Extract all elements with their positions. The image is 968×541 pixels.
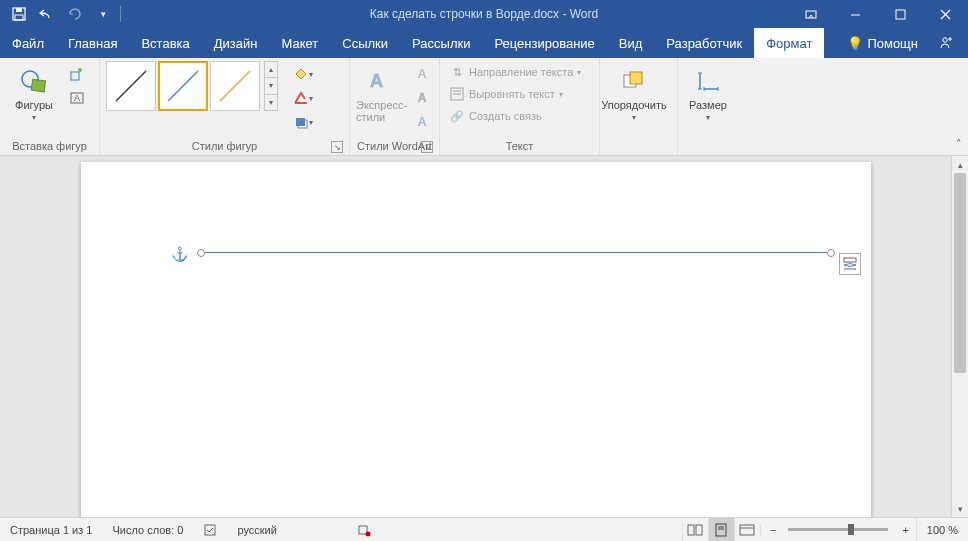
tab-references[interactable]: Ссылки: [330, 28, 400, 58]
vertical-scrollbar[interactable]: ▴ ▾: [951, 156, 968, 517]
tab-developer[interactable]: Разработчик: [654, 28, 754, 58]
svg-point-12: [78, 68, 82, 72]
shapes-button[interactable]: Фигуры ▾: [6, 61, 62, 122]
edit-shape-icon[interactable]: [66, 63, 88, 85]
redo-icon[interactable]: [64, 3, 86, 25]
scroll-up-icon[interactable]: ▴: [952, 156, 968, 173]
document-scroll[interactable]: ⚓: [0, 156, 951, 517]
read-mode-icon[interactable]: [682, 518, 708, 541]
layout-options-icon[interactable]: [839, 253, 861, 275]
tab-review[interactable]: Рецензирование: [482, 28, 606, 58]
bulb-icon: 💡: [847, 36, 863, 51]
size-label: Размер: [689, 99, 727, 111]
tab-mailings[interactable]: Рассылки: [400, 28, 482, 58]
quick-styles-button[interactable]: A Экспресс-стили: [356, 61, 407, 123]
create-link-button[interactable]: 🔗Создать связь: [446, 105, 545, 127]
quick-styles-label: Экспресс-стили: [356, 99, 407, 123]
svg-line-15: [116, 71, 146, 101]
svg-text:A: A: [74, 93, 80, 103]
dialog-launcher-icon[interactable]: ↘: [421, 141, 433, 153]
zoom-in-icon[interactable]: +: [896, 524, 916, 536]
text-effects-icon[interactable]: A: [411, 111, 433, 133]
text-outline-icon[interactable]: A: [411, 87, 433, 109]
scroll-track[interactable]: [952, 173, 968, 500]
svg-rect-39: [696, 525, 702, 535]
resize-handle-left[interactable]: [197, 249, 205, 257]
chevron-down-icon: ▾: [632, 113, 636, 122]
tab-home[interactable]: Главная: [56, 28, 129, 58]
scroll-down-icon[interactable]: ▾: [952, 500, 968, 517]
arrange-label: Упорядочить: [601, 99, 666, 111]
style-thumb-2[interactable]: [158, 61, 208, 111]
shape-effects-icon[interactable]: ▾: [286, 111, 320, 133]
shape-fill-icon[interactable]: ▾: [286, 63, 320, 85]
scroll-thumb[interactable]: [954, 173, 966, 373]
print-layout-icon[interactable]: [708, 518, 734, 541]
svg-text:A: A: [370, 71, 383, 91]
undo-icon[interactable]: [36, 3, 58, 25]
shape-outline-icon[interactable]: ▾: [286, 87, 320, 109]
word-count-status[interactable]: Число слов: 0: [102, 518, 193, 541]
group-label-styles: Стили фигур: [192, 140, 257, 152]
tab-insert[interactable]: Вставка: [129, 28, 201, 58]
close-icon[interactable]: [923, 0, 968, 28]
zoom-out-icon[interactable]: −: [760, 524, 780, 536]
group-size: Размер ▾: [678, 58, 738, 155]
anchor-icon[interactable]: ⚓: [171, 246, 188, 262]
group-label-text: Текст: [446, 137, 593, 155]
tab-file[interactable]: Файл: [0, 28, 56, 58]
style-thumb-1[interactable]: [106, 61, 156, 111]
qat-customize-icon[interactable]: ▾: [92, 3, 114, 25]
document-page[interactable]: ⚓: [81, 162, 871, 517]
group-label-shapes: Вставка фигур: [6, 137, 93, 155]
macro-record-icon[interactable]: [347, 518, 381, 541]
chevron-down-icon: ▾: [32, 113, 36, 122]
share-icon[interactable]: [930, 28, 960, 58]
quick-access-toolbar: ▾: [0, 3, 129, 25]
dialog-launcher-icon[interactable]: ↘: [331, 141, 343, 153]
tab-format[interactable]: Формат: [754, 28, 824, 58]
svg-rect-33: [844, 258, 856, 262]
tab-layout[interactable]: Макет: [269, 28, 330, 58]
tell-me-label: Помощн: [867, 36, 918, 51]
selected-line-shape[interactable]: [201, 252, 831, 253]
zoom-slider-knob[interactable]: [848, 524, 854, 535]
ribbon: Фигуры ▾ A Вставка фигур ▴ ▾ ▾: [0, 58, 968, 156]
gallery-row-up-icon[interactable]: ▴: [265, 62, 277, 78]
minimize-icon[interactable]: [833, 0, 878, 28]
svg-rect-40: [716, 524, 726, 536]
gallery-expand-icon[interactable]: ▾: [265, 95, 277, 110]
tell-me-button[interactable]: 💡Помощн: [839, 28, 926, 58]
text-box-icon[interactable]: A: [66, 87, 88, 109]
spell-check-icon[interactable]: [193, 518, 227, 541]
svg-point-6: [943, 38, 947, 42]
gallery-row-down-icon[interactable]: ▾: [265, 78, 277, 94]
ribbon-display-icon[interactable]: [788, 0, 833, 28]
text-fill-icon[interactable]: A: [411, 63, 433, 85]
text-direction-button[interactable]: ⇅Направление текста▾: [446, 61, 584, 83]
align-text-button[interactable]: Выровнять текст▾: [446, 83, 566, 105]
group-label-size: [684, 137, 732, 155]
maximize-icon[interactable]: [878, 0, 923, 28]
group-insert-shapes: Фигуры ▾ A Вставка фигур: [0, 58, 100, 155]
svg-line-17: [220, 71, 250, 101]
tab-design[interactable]: Дизайн: [202, 28, 270, 58]
web-layout-icon[interactable]: [734, 518, 760, 541]
page-number-status[interactable]: Страница 1 из 1: [0, 518, 102, 541]
save-icon[interactable]: [8, 3, 30, 25]
style-thumb-3[interactable]: [210, 61, 260, 111]
shapes-label: Фигуры: [15, 99, 53, 111]
tab-view[interactable]: Вид: [607, 28, 655, 58]
size-button[interactable]: Размер ▾: [684, 61, 732, 122]
zoom-level[interactable]: 100 %: [916, 518, 968, 541]
zoom-slider[interactable]: [788, 528, 888, 531]
text-direction-label: Направление текста: [469, 66, 573, 78]
collapse-ribbon-icon[interactable]: ˄: [956, 138, 962, 151]
arrange-icon: [618, 65, 650, 97]
shapes-icon: [18, 65, 50, 97]
arrange-button[interactable]: Упорядочить ▾: [606, 61, 662, 122]
resize-handle-right[interactable]: [827, 249, 835, 257]
group-arrange: Упорядочить ▾: [600, 58, 678, 155]
language-status[interactable]: русский: [227, 518, 286, 541]
window-controls: [788, 0, 968, 28]
